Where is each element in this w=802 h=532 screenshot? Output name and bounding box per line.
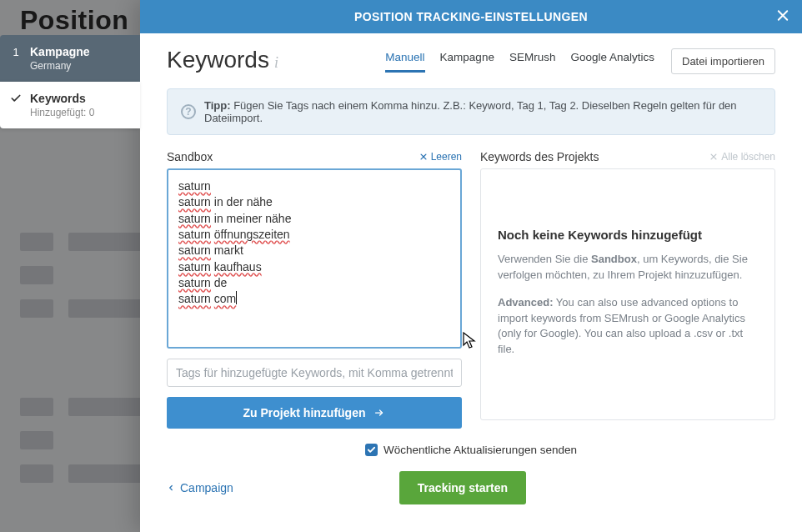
tab-google-analytics[interactable]: Google Analytics <box>570 51 654 73</box>
step-sub: Hinzugefügt: 0 <box>30 107 94 118</box>
tip-label: Tipp: <box>204 99 231 112</box>
sandbox-line[interactable]: saturn markt <box>178 243 450 258</box>
delete-all-button: Alle löschen <box>709 151 775 163</box>
back-button[interactable]: Campaign <box>167 481 233 494</box>
sandbox-line[interactable]: saturn de <box>178 275 450 291</box>
clear-sandbox-button[interactable]: Leeren <box>419 151 462 163</box>
tip-box: ? Tipp: Fügen Sie Tags nach einem Komma … <box>167 88 775 135</box>
project-keywords-box: Noch keine Keywords hinzugefügt Verwende… <box>480 168 775 420</box>
arrow-right-icon <box>373 408 386 418</box>
start-tracking-button[interactable]: Tracking starten <box>399 471 526 504</box>
tab-manuell[interactable]: Manuell <box>385 51 424 73</box>
sandbox-line[interactable]: saturn in meiner nähe <box>178 211 450 227</box>
modal-header: POSITION TRACKING-EINSTELLUNGEN <box>140 0 802 33</box>
back-label: Campaign <box>180 481 233 494</box>
clear-sandbox-label: Leeren <box>431 151 462 163</box>
info-icon[interactable]: i <box>274 54 278 74</box>
sandbox-line[interactable]: saturn <box>178 178 450 194</box>
delete-all-label: Alle löschen <box>721 151 775 163</box>
empty-state-text-2: Advanced: You can also use advanced opti… <box>498 295 758 358</box>
empty-state-text-1: Verwenden Sie die Sandbox, um Keywords, … <box>498 252 758 284</box>
tab-semrush[interactable]: SEMrush <box>509 51 556 73</box>
sandbox-textarea[interactable]: saturnsaturn in der nähesaturn in meiner… <box>167 168 462 349</box>
project-keywords-heading: Keywords des Projekts <box>480 150 599 163</box>
step-keywords[interactable]: Keywords Hinzugefügt: 0 <box>0 82 140 128</box>
import-tabs: Manuell Kampagne SEMrush Google Analytic… <box>385 51 654 73</box>
sandbox-heading: Sandbox <box>167 150 213 163</box>
step-kampagne[interactable]: 1 Kampagne Germany <box>0 35 140 82</box>
close-icon[interactable] <box>775 8 790 26</box>
tab-kampagne[interactable]: Kampagne <box>440 51 494 73</box>
chevron-left-icon <box>167 483 175 493</box>
section-title: Keywords <box>167 48 269 72</box>
check-icon <box>10 93 22 104</box>
empty-state-title: Noch keine Keywords hinzugefügt <box>498 228 758 242</box>
step-number: 1 <box>10 46 22 58</box>
weekly-updates-label: Wöchentliche Aktualisierungen senden <box>383 444 577 456</box>
import-file-button[interactable]: Datei importieren <box>671 48 775 74</box>
step-title: Keywords <box>30 92 94 105</box>
modal-title: POSITION TRACKING-EINSTELLUNGEN <box>354 10 588 23</box>
sandbox-line[interactable]: saturn öffnungszeiten <box>178 227 450 243</box>
add-to-project-button[interactable]: Zu Projekt hinzufügen <box>167 397 462 429</box>
add-to-project-label: Zu Projekt hinzufügen <box>243 406 366 419</box>
settings-modal: POSITION TRACKING-EINSTELLUNGEN Keywords… <box>140 0 802 532</box>
checkbox-checked-icon <box>365 444 378 456</box>
sandbox-line[interactable]: saturn com <box>178 291 450 307</box>
steps-sidebar: 1 Kampagne Germany Keywords Hinzugefügt:… <box>0 35 140 128</box>
weekly-updates-checkbox[interactable]: Wöchentliche Aktualisierungen senden <box>365 444 577 456</box>
step-sub: Germany <box>30 60 90 72</box>
sandbox-line[interactable]: saturn in der nähe <box>178 194 450 210</box>
step-title: Kampagne <box>30 45 90 58</box>
tags-input[interactable] <box>167 359 462 387</box>
sandbox-line[interactable]: saturn kaufhaus <box>178 259 450 275</box>
question-icon: ? <box>181 104 196 119</box>
tip-text: Fügen Sie Tags nach einem Komma hinzu. Z… <box>204 99 737 124</box>
